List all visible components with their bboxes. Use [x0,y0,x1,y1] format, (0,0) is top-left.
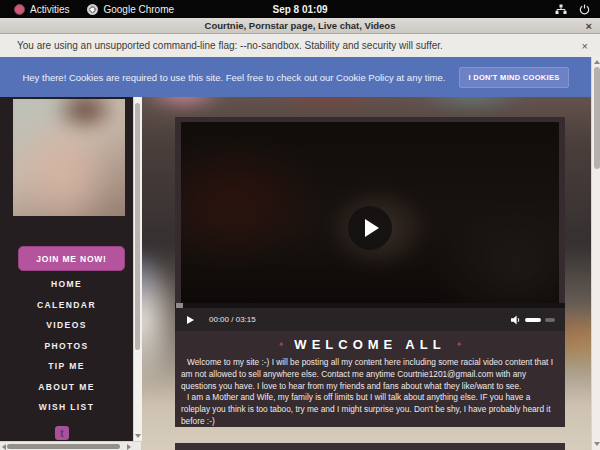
infobar-close-button[interactable]: × [582,40,588,52]
activities-label: Activities [30,4,69,15]
welcome-paragraph-2: I am a Mother and Wife, my family is off… [181,392,559,427]
tumblr-icon[interactable]: t [55,426,69,440]
sidebar-vertical-scrollbar[interactable] [133,97,142,441]
network-icon[interactable] [555,4,567,15]
welcome-heading: ✦ WELCOME ALL ✦ [175,337,565,352]
video-controls-bar: 00:00 / 03:15 [175,308,565,331]
sidebar-vscroll-down-arrow[interactable] [135,434,141,438]
cookie-message: Hey there! Cookies are required to use t… [22,72,445,83]
cookie-accept-button[interactable]: I DON'T MIND COOKIES [459,67,568,88]
sandbox-warning-infobar: You are using an unsupported command-lin… [0,34,600,58]
welcome-text: Welcome to my site :-) I will be posting… [181,357,559,428]
sidebar-hscroll-left-arrow[interactable] [2,444,6,450]
desktop-screen: Activities Google Chrome Sep 8 01:09 [0,0,600,450]
screen-record-icon [14,4,25,15]
infobar-message: You are using an unsupported command-lin… [17,40,443,51]
sidebar-item-videos[interactable]: VIDEOS [0,315,133,336]
volume-level-empty[interactable] [545,318,555,322]
sidebar-hscroll-right-arrow[interactable] [127,444,131,450]
sidebar-item-calendar[interactable]: CALENDAR [0,295,133,316]
welcome-title: WELCOME ALL [294,337,445,352]
window-title: Courtnie, Pornstar page, Live chat, Vide… [205,20,396,31]
window-close-button[interactable]: × [586,18,592,33]
volume-icon[interactable] [511,315,521,325]
top-bar: Activities Google Chrome Sep 8 01:09 [0,0,600,18]
controls-play-icon[interactable] [187,316,194,324]
power-icon[interactable] [579,4,590,15]
app-menu-google-chrome[interactable]: Google Chrome [81,0,180,18]
join-me-now-button[interactable]: JOIN ME NOW! [18,246,125,271]
main-content-box: 00:00 / 03:15 ✦ WELCOME ALL ✦ Welcome to… [175,117,565,427]
sidebar-item-tip-me[interactable]: TIP ME [0,356,133,377]
sidebar-item-about-me[interactable]: ABOUT ME [0,377,133,398]
video-time: 00:00 / 03:15 [209,315,256,324]
sidebar-item-wish-list[interactable]: WISH LIST [0,397,133,418]
profile-photo-blur [13,99,125,216]
window-vscroll-thumb[interactable] [594,67,600,169]
sidebar-vscroll-thumb[interactable] [135,103,140,350]
diamond-icon: ✦ [456,340,463,349]
sidebar-hscroll-thumb[interactable] [7,444,120,449]
video-play-button[interactable] [348,206,392,250]
welcome-paragraph-1: Welcome to my site :-) I will be posting… [181,357,559,392]
sidebar-item-photos[interactable]: PHOTOS [0,336,133,357]
next-section-box [175,443,565,450]
sidebar: JOIN ME NOW! HOME CALENDAR VIDEOS PHOTOS… [0,97,133,450]
window-vscroll-up-arrow[interactable] [594,60,600,64]
activities-button[interactable]: Activities [8,0,75,18]
play-icon [365,219,379,237]
profile-photo [13,99,125,216]
window-vertical-scrollbar[interactable] [591,57,600,450]
cookie-consent-bar: Hey there! Cookies are required to use t… [0,57,591,97]
app-menu-label: Google Chrome [103,4,174,15]
sidebar-horizontal-scrollbar[interactable] [0,441,141,450]
window-title-bar: Courtnie, Pornstar page, Live chat, Vide… [0,18,600,34]
chrome-icon [87,4,98,15]
diamond-icon: ✦ [278,340,285,349]
video-player[interactable] [181,122,559,303]
sidebar-item-home[interactable]: HOME [0,274,133,295]
sidebar-menu: HOME CALENDAR VIDEOS PHOTOS TIP ME ABOUT… [0,274,133,418]
window-vscroll-down-arrow[interactable] [594,442,600,446]
volume-level-filled[interactable] [525,318,541,322]
